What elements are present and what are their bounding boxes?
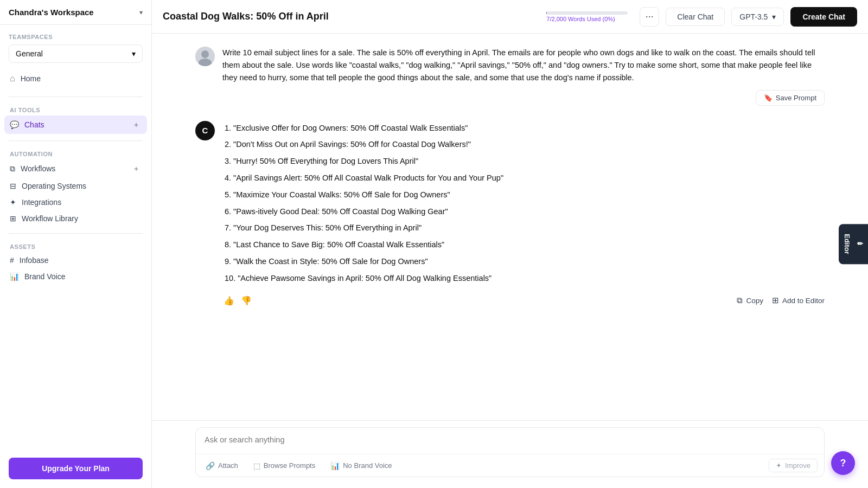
- ai-tools-label: AI Tools: [4, 104, 147, 115]
- save-prompt-button[interactable]: 🔖 Save Prompt: [756, 90, 825, 106]
- attach-label: Attach: [218, 461, 238, 470]
- workflow-library-label: Workflow Library: [22, 214, 78, 223]
- browse-prompts-icon: ⬚: [253, 461, 260, 470]
- improve-icon: ✦: [776, 461, 782, 470]
- help-icon: ?: [840, 458, 846, 469]
- model-selector[interactable]: GPT-3.5 ▾: [731, 8, 784, 26]
- sidebar-item-integrations[interactable]: ✦ Integrations: [4, 194, 147, 210]
- chats-icon: 💬: [10, 120, 19, 129]
- editor-tab-label: Editor: [843, 234, 851, 254]
- home-nav-section: ⌂ Home: [0, 65, 151, 92]
- workflows-label: Workflows: [21, 164, 55, 173]
- words-used-text: 7/2,000 Words Used (0%): [546, 16, 633, 22]
- add-to-editor-label: Add to Editor: [782, 297, 825, 305]
- save-prompt-label: Save Prompt: [776, 94, 816, 102]
- clear-chat-button[interactable]: Clear Chat: [666, 8, 725, 26]
- copy-icon: ⧉: [737, 296, 743, 305]
- infobase-icon: #: [10, 256, 14, 265]
- divider-1: [9, 97, 143, 97]
- teamspaces-section: Teamspaces General ▾: [0, 25, 151, 65]
- bookmark-icon: 🔖: [764, 94, 773, 102]
- ai-avatar-label: C: [202, 126, 208, 135]
- words-used-section: 7/2,000 Words Used (0%): [546, 11, 633, 22]
- thumbs-up-button[interactable]: 👍: [222, 294, 235, 307]
- divider-3: [9, 233, 143, 234]
- sidebar-item-operating-systems[interactable]: ⊟ Operating Systems: [4, 178, 147, 194]
- home-label: Home: [21, 74, 41, 83]
- words-bar-fill: [546, 11, 547, 15]
- sidebar-item-infobase[interactable]: # Infobase: [4, 252, 147, 268]
- workspace-selector[interactable]: Chandra's Workspace ▾: [0, 0, 151, 25]
- ai-list-item: 5. "Maximize Your Coastal Walks: 50% Off…: [225, 188, 825, 202]
- no-brand-voice-button[interactable]: 📊 No Brand Voice: [327, 459, 395, 472]
- user-message-content: Write 10 email subject lines for a sale.…: [222, 47, 825, 106]
- add-to-editor-button[interactable]: ⊞ Add to Editor: [772, 296, 825, 305]
- brand-voice-icon: 📊: [10, 272, 19, 281]
- workspace-name: Chandra's Workspace: [9, 8, 94, 17]
- add-to-editor-icon: ⊞: [772, 296, 779, 305]
- copy-label: Copy: [746, 297, 763, 305]
- input-area: 🔗 Attach ⬚ Browse Prompts 📊 No Brand Voi…: [152, 420, 868, 488]
- create-chat-button[interactable]: Create Chat: [790, 7, 857, 27]
- ai-message-content: 1. "Exclusive Offer for Dog Owners: 50% …: [222, 121, 825, 307]
- user-message: Write 10 email subject lines for a sale.…: [195, 47, 825, 106]
- svg-point-1: [201, 50, 209, 58]
- input-box: 🔗 Attach ⬚ Browse Prompts 📊 No Brand Voi…: [195, 427, 825, 477]
- user-avatar: [195, 47, 215, 66]
- words-bar-background: [546, 11, 628, 15]
- ai-list-item: 9. "Walk the Coast in Style: 50% Off Sal…: [225, 254, 825, 269]
- chat-title: Coastal Dog Walks: 50% Off in April: [163, 11, 540, 22]
- ai-list-item: 8. "Last Chance to Save Big: 50% Off Coa…: [225, 237, 825, 252]
- chats-label: Chats: [24, 120, 44, 129]
- save-prompt-wrap: 🔖 Save Prompt: [222, 90, 825, 106]
- model-name: GPT-3.5: [739, 12, 768, 21]
- automation-label: Automation: [4, 147, 147, 159]
- chat-input[interactable]: [196, 428, 824, 452]
- ai-list-item: 7. "Your Dog Deserves This: 50% Off Ever…: [225, 221, 825, 235]
- user-message-text: Write 10 email subject lines for a sale.…: [222, 47, 825, 85]
- integrations-label: Integrations: [22, 198, 61, 207]
- divider-2: [9, 140, 143, 141]
- teamspace-selector[interactable]: General ▾: [9, 44, 143, 63]
- assets-label: Assets: [4, 240, 147, 252]
- sidebar-item-chats[interactable]: 💬 Chats +: [4, 115, 147, 134]
- automation-section: Automation ⧉ Workflows + ⊟ Operating Sys…: [0, 145, 151, 229]
- infobase-label: Infobase: [20, 256, 49, 265]
- attach-button[interactable]: 🔗 Attach: [202, 459, 241, 472]
- copy-button[interactable]: ⧉ Copy: [737, 296, 763, 305]
- improve-button[interactable]: ✦ Improve: [769, 459, 818, 472]
- teamspace-chevron-icon: ▾: [132, 49, 136, 58]
- brand-icon: 📊: [330, 461, 340, 470]
- ai-list-item: 4. "April Savings Alert: 50% Off All Coa…: [225, 171, 825, 185]
- improve-label: Improve: [785, 461, 810, 470]
- brand-voice-label: Brand Voice: [24, 272, 66, 281]
- copy-actions: ⧉ Copy ⊞ Add to Editor: [737, 296, 825, 305]
- ai-list-item: 6. "Paws-itively Good Deal: 50% Off Coas…: [225, 204, 825, 219]
- more-options-button[interactable]: ···: [640, 7, 659, 27]
- help-button[interactable]: ?: [831, 451, 855, 475]
- ai-avatar: C: [195, 121, 215, 140]
- no-brand-voice-label: No Brand Voice: [343, 461, 392, 470]
- pen-icon: ✏: [856, 240, 864, 248]
- teamspaces-label: Teamspaces: [9, 34, 143, 40]
- main-content: Coastal Dog Walks: 50% Off in April 7/2,…: [152, 0, 868, 488]
- add-workflow-button[interactable]: +: [131, 163, 142, 174]
- ai-list-item: 3. "Hurry! 50% Off Everything for Dog Lo…: [225, 154, 825, 169]
- sidebar-item-workflows[interactable]: ⧉ Workflows +: [4, 159, 147, 178]
- browse-prompts-label: Browse Prompts: [264, 461, 315, 470]
- thumbs-down-button[interactable]: 👎: [240, 294, 253, 307]
- topbar: Coastal Dog Walks: 50% Off in April 7/2,…: [152, 0, 868, 34]
- sidebar-item-workflow-library[interactable]: ⊞ Workflow Library: [4, 210, 147, 227]
- sidebar-item-home[interactable]: ⌂ Home: [4, 69, 147, 88]
- workflow-library-icon: ⊞: [10, 214, 16, 223]
- ai-list-item: 10. "Achieve Pawsome Savings in April: 5…: [225, 271, 825, 286]
- upgrade-button[interactable]: Upgrade Your Plan: [9, 458, 143, 479]
- input-toolbar: 🔗 Attach ⬚ Browse Prompts 📊 No Brand Voi…: [196, 454, 824, 477]
- add-chat-button[interactable]: +: [131, 119, 142, 130]
- ai-response-list: 1. "Exclusive Offer for Dog Owners: 50% …: [222, 121, 825, 288]
- sidebar-item-brand-voice[interactable]: 📊 Brand Voice: [4, 268, 147, 285]
- browse-prompts-button[interactable]: ⬚ Browse Prompts: [250, 459, 318, 472]
- editor-tab[interactable]: ✏ Editor: [839, 224, 868, 264]
- message-actions: 👍 👎 ⧉ Copy ⊞ Add to Editor: [222, 294, 825, 307]
- teamspace-selected: General: [16, 49, 43, 58]
